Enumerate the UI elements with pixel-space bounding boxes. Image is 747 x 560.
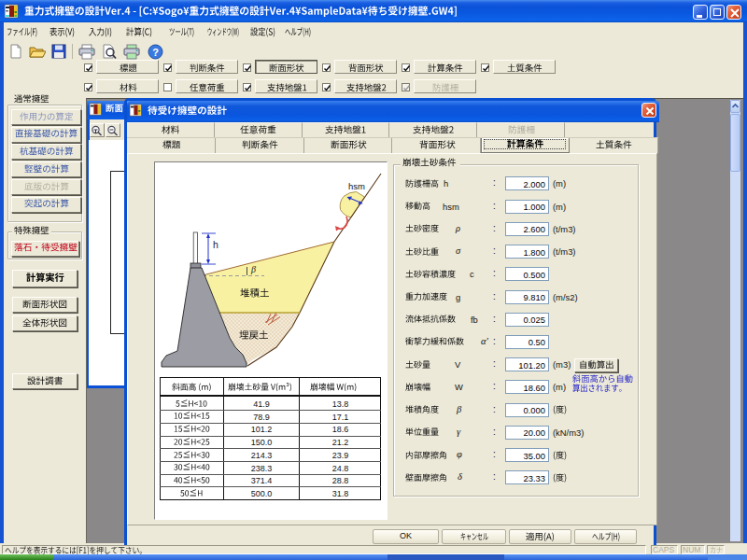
svg-text:?: ? [152,47,159,58]
